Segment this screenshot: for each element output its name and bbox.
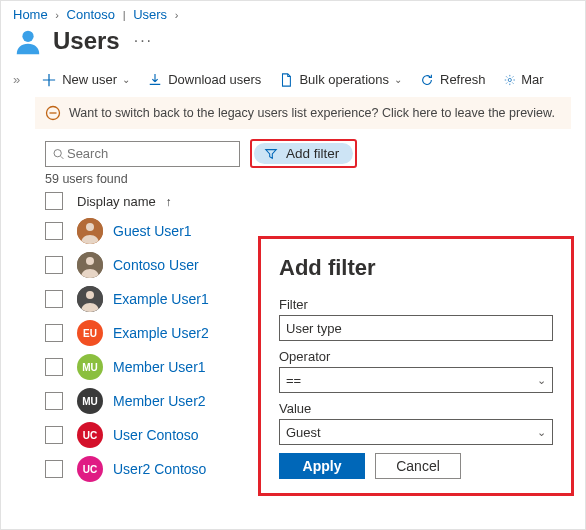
filter-field-input[interactable]: User type xyxy=(279,315,553,341)
avatar: EU xyxy=(77,320,103,346)
preview-notice-text: Want to switch back to the legacy users … xyxy=(69,106,555,120)
refresh-label: Refresh xyxy=(440,72,486,87)
breadcrumb-tenant[interactable]: Contoso xyxy=(67,7,115,22)
document-icon xyxy=(279,73,293,87)
user-link[interactable]: Example User2 xyxy=(113,325,209,341)
new-user-button[interactable]: New user ⌄ xyxy=(42,72,130,87)
value-field-label: Value xyxy=(279,401,553,416)
svg-point-5 xyxy=(86,223,94,231)
row-checkbox[interactable] xyxy=(45,256,63,274)
operator-field-value: == xyxy=(286,373,301,388)
operator-field-select[interactable]: == ⌄ xyxy=(279,367,553,393)
svg-point-3 xyxy=(54,149,61,156)
chevron-down-icon: ⌄ xyxy=(537,374,546,387)
avatar: UC xyxy=(77,456,103,482)
download-users-label: Download users xyxy=(168,72,261,87)
avatar xyxy=(77,286,103,312)
gear-icon xyxy=(504,73,516,87)
value-field-select[interactable]: Guest ⌄ xyxy=(279,419,553,445)
user-link[interactable]: Contoso User xyxy=(113,257,199,273)
row-checkbox[interactable] xyxy=(45,426,63,444)
svg-point-9 xyxy=(86,291,94,299)
plus-icon xyxy=(42,73,56,87)
avatar: UC xyxy=(77,422,103,448)
user-link[interactable]: Member User1 xyxy=(113,359,206,375)
user-link[interactable]: User2 Contoso xyxy=(113,461,206,477)
chevron-right-icon: › xyxy=(175,9,179,21)
pipe-icon: | xyxy=(123,9,126,21)
filter-field-value: User type xyxy=(286,321,342,336)
breadcrumb-home[interactable]: Home xyxy=(13,7,48,22)
column-display-name[interactable]: Display name ↑ xyxy=(77,194,171,209)
expand-handle[interactable]: » xyxy=(9,72,24,87)
row-checkbox[interactable] xyxy=(45,222,63,240)
search-input[interactable] xyxy=(65,145,233,162)
user-link[interactable]: Guest User1 xyxy=(113,223,192,239)
row-checkbox[interactable] xyxy=(45,392,63,410)
breadcrumb-section[interactable]: Users xyxy=(133,7,167,22)
avatar xyxy=(77,218,103,244)
more-menu[interactable]: ··· xyxy=(134,32,153,50)
bulk-operations-button[interactable]: Bulk operations ⌄ xyxy=(279,72,402,87)
chevron-down-icon: ⌄ xyxy=(394,74,402,85)
row-checkbox[interactable] xyxy=(45,290,63,308)
bulk-operations-label: Bulk operations xyxy=(299,72,389,87)
results-count: 59 users found xyxy=(45,172,585,186)
cancel-button[interactable]: Cancel xyxy=(375,453,461,479)
svg-point-7 xyxy=(86,257,94,265)
toolbar: » New user ⌄ Download users Bulk operati… xyxy=(1,66,585,97)
sort-asc-icon: ↑ xyxy=(165,195,171,209)
select-all-checkbox[interactable] xyxy=(45,192,63,210)
filter-field-label: Filter xyxy=(279,297,553,312)
user-link[interactable]: Example User1 xyxy=(113,291,209,307)
page-title: Users xyxy=(53,27,120,55)
search-icon xyxy=(52,147,65,161)
refresh-button[interactable]: Refresh xyxy=(420,72,486,87)
add-filter-panel: Add filter Filter User type Operator == … xyxy=(258,236,574,496)
apply-button[interactable]: Apply xyxy=(279,453,365,479)
avatar: MU xyxy=(77,354,103,380)
download-icon xyxy=(148,73,162,87)
manage-button[interactable]: Mar xyxy=(504,72,544,87)
filter-icon xyxy=(264,147,278,161)
avatar xyxy=(77,252,103,278)
preview-notice[interactable]: Want to switch back to the legacy users … xyxy=(35,97,571,129)
chevron-down-icon: ⌄ xyxy=(537,426,546,439)
value-field-value: Guest xyxy=(286,425,321,440)
user-icon xyxy=(13,26,43,56)
table-header: Display name ↑ xyxy=(45,188,585,214)
manage-label: Mar xyxy=(521,72,543,87)
new-user-label: New user xyxy=(62,72,117,87)
row-checkbox[interactable] xyxy=(45,460,63,478)
row-checkbox[interactable] xyxy=(45,358,63,376)
row-checkbox[interactable] xyxy=(45,324,63,342)
add-filter-button[interactable]: Add filter xyxy=(254,143,353,164)
minus-circle-icon xyxy=(45,105,61,121)
refresh-icon xyxy=(420,73,434,87)
chevron-right-icon: › xyxy=(55,9,59,21)
download-users-button[interactable]: Download users xyxy=(148,72,261,87)
operator-field-label: Operator xyxy=(279,349,553,364)
breadcrumb: Home › Contoso | Users › xyxy=(1,1,585,22)
chevron-down-icon: ⌄ xyxy=(122,74,130,85)
search-box[interactable] xyxy=(45,141,240,167)
user-link[interactable]: Member User2 xyxy=(113,393,206,409)
user-link[interactable]: User Contoso xyxy=(113,427,199,443)
avatar: MU xyxy=(77,388,103,414)
add-filter-label: Add filter xyxy=(286,146,339,161)
svg-point-1 xyxy=(508,78,511,81)
panel-title: Add filter xyxy=(279,255,553,281)
svg-point-0 xyxy=(22,31,33,42)
